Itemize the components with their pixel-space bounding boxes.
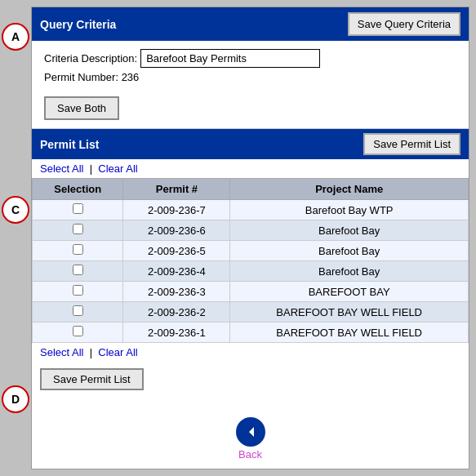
permit-number-cell: 2-009-236-1 (123, 323, 230, 343)
clear-all-link-bottom[interactable]: Clear All (98, 346, 137, 358)
spacer (32, 397, 469, 409)
permit-number-row: Permit Number: 236 (44, 71, 456, 83)
table-row: 2-009-236-7Barefoot Bay WTP (33, 200, 469, 220)
selection-cell (33, 302, 123, 323)
bottom-action-area: Save Permit List (32, 362, 469, 397)
save-query-criteria-button[interactable]: Save Query Criteria (348, 12, 460, 36)
back-section: Back (32, 409, 469, 469)
row-checkbox[interactable] (73, 224, 83, 234)
permit-table: Selection Permit # Project Name 2-009-23… (32, 178, 469, 343)
save-permit-list-button-top[interactable]: Save Permit List (363, 133, 460, 155)
selection-cell (33, 241, 123, 261)
permit-number-cell: 2-009-236-7 (123, 200, 230, 220)
table-row: 2-009-236-4Barefoot Bay (33, 261, 469, 282)
circle-d-label: D (2, 385, 29, 413)
circle-c-label: C (2, 196, 29, 224)
main-panel: Query Criteria Save Query Criteria Crite… (31, 7, 469, 469)
project-name-cell: BAREFOOT BAY WELL FIELD (230, 323, 469, 343)
project-name-cell: Barefoot Bay (230, 261, 469, 282)
permit-number-cell: 2-009-236-6 (123, 220, 230, 241)
project-name-cell: Barefoot Bay WTP (230, 200, 469, 220)
project-name-cell: Barefoot Bay (230, 241, 469, 261)
selection-cell (33, 282, 123, 302)
save-permit-list-button-bottom[interactable]: Save Permit List (40, 368, 144, 390)
criteria-description-label: Criteria Description: (44, 52, 137, 65)
back-link[interactable]: Back (238, 448, 262, 460)
page-title: Query Criteria (40, 18, 116, 31)
select-all-link-top[interactable]: Select All (40, 162, 83, 175)
table-row: 2-009-236-3BAREFOOT BAY (33, 282, 469, 302)
select-clear-row-top: Select All | Clear All (32, 159, 469, 178)
col-project-name: Project Name (230, 179, 469, 200)
permit-table-header-row: Selection Permit # Project Name (33, 179, 469, 200)
row-checkbox[interactable] (73, 265, 83, 275)
table-row: 2-009-236-5Barefoot Bay (33, 241, 469, 261)
permit-table-header: Selection Permit # Project Name (33, 179, 469, 200)
table-row: 2-009-236-2BAREFOOT BAY WELL FIELD (33, 302, 469, 323)
save-both-button[interactable]: Save Both (44, 96, 119, 120)
project-name-cell: BAREFOOT BAY WELL FIELD (230, 302, 469, 323)
back-icon[interactable] (236, 417, 265, 447)
row-checkbox[interactable] (73, 305, 83, 316)
table-row: 2-009-236-1BAREFOOT BAY WELL FIELD (33, 323, 469, 343)
criteria-description-row: Criteria Description: (44, 49, 456, 68)
row-checkbox[interactable] (73, 326, 83, 336)
selection-cell (33, 220, 123, 241)
col-selection: Selection (33, 179, 123, 200)
selection-cell (33, 261, 123, 282)
query-criteria-section: Criteria Description: Permit Number: 236… (32, 41, 469, 129)
clear-all-link-top[interactable]: Clear All (98, 162, 137, 175)
permit-number-cell: 2-009-236-5 (123, 241, 230, 261)
permit-list-title: Permit List (40, 138, 99, 151)
row-checkbox[interactable] (73, 285, 83, 296)
select-all-link-bottom[interactable]: Select All (40, 346, 83, 358)
header-bar: Query Criteria Save Query Criteria (32, 7, 469, 41)
permit-number-cell: 2-009-236-3 (123, 282, 230, 302)
row-checkbox[interactable] (73, 244, 83, 255)
permit-list-header-bar: Permit List Save Permit List (32, 129, 469, 159)
row-checkbox[interactable] (73, 203, 83, 214)
circle-a-label: A (2, 23, 29, 51)
permit-number-cell: 2-009-236-2 (123, 302, 230, 323)
table-row: 2-009-236-6Barefoot Bay (33, 220, 469, 241)
project-name-cell: BAREFOOT BAY (230, 282, 469, 302)
selection-cell (33, 323, 123, 343)
col-permit-num: Permit # (123, 179, 230, 200)
page-container: A B C D Query Criteria Save Query Criter… (0, 0, 476, 476)
project-name-cell: Barefoot Bay (230, 220, 469, 241)
selection-cell (33, 200, 123, 220)
permit-number-cell: 2-009-236-4 (123, 261, 230, 282)
criteria-description-input[interactable] (140, 49, 320, 68)
permit-table-body: 2-009-236-7Barefoot Bay WTP2-009-236-6Ba… (33, 200, 469, 343)
select-clear-row-bottom: Select All | Clear All (32, 343, 469, 362)
